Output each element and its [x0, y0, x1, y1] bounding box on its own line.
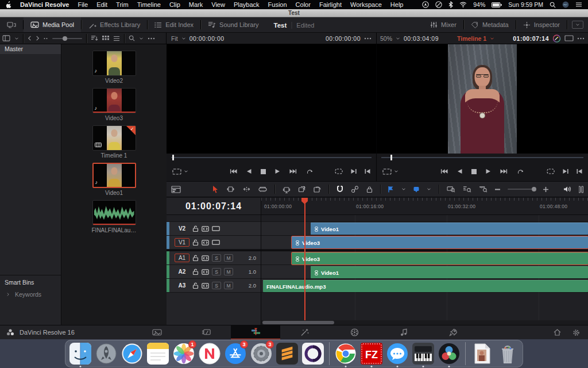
timeline-clip-video1[interactable]: Video1	[311, 266, 588, 278]
track-enable-button[interactable]	[212, 226, 220, 231]
play-button[interactable]	[486, 168, 491, 174]
zoom-in-button[interactable]	[543, 187, 548, 192]
insert-clip-button[interactable]	[283, 186, 291, 193]
mixer-meters-button[interactable]	[579, 186, 583, 193]
menu-item-help[interactable]: Help	[390, 1, 404, 8]
mute-button[interactable]: M	[224, 268, 233, 275]
goto-last-frame-button[interactable]	[500, 168, 508, 174]
loop-range-button[interactable]	[547, 168, 555, 174]
goto-in-button[interactable]	[365, 168, 370, 174]
panel-toggle-mixer[interactable]: Mixer	[423, 17, 463, 32]
replace-clip-button[interactable]	[313, 186, 321, 193]
menu-item-workspace[interactable]: Workspace	[350, 1, 382, 8]
timeline-view-options-icon[interactable]	[171, 186, 181, 193]
page-tab-fairlight[interactable]	[379, 325, 428, 340]
viewer-options-icon[interactable]	[577, 37, 585, 40]
timeline-clip-video3[interactable]: Video3	[292, 252, 588, 264]
media-clip-timeline-1[interactable]: ✓Timeline 1	[92, 125, 137, 159]
panel-layout-toggle[interactable]	[572, 21, 583, 29]
smart-bin-keywords[interactable]: Keywords	[5, 291, 56, 298]
source-viewer-scrubber[interactable]	[167, 154, 376, 162]
dynamic-trim-mode-button[interactable]	[242, 186, 251, 193]
chevron-down-icon[interactable]	[490, 36, 494, 41]
goto-out-button[interactable]	[351, 168, 357, 174]
trim-edit-mode-button[interactable]	[226, 186, 235, 193]
menu-item-color[interactable]: Color	[296, 1, 311, 8]
dock-photos[interactable]: 1	[172, 342, 195, 365]
bin-panel-toggle-icon[interactable]	[2, 35, 10, 41]
goto-first-frame-button[interactable]	[230, 168, 237, 174]
dock-video-file[interactable]	[470, 342, 493, 365]
timeline-horizontal-scrollbar[interactable]	[261, 320, 588, 325]
dock-trash[interactable]	[496, 342, 519, 365]
page-tab-media[interactable]	[132, 325, 181, 340]
viewer-options-icon[interactable]	[364, 37, 372, 40]
chevron-down-icon[interactable]	[139, 36, 144, 41]
menu-item-fairlight[interactable]: Fairlight	[319, 1, 342, 8]
track-destination-v2[interactable]: V2	[175, 225, 189, 232]
chevron-right-icon[interactable]	[6, 292, 10, 297]
chevron-down-icon[interactable]	[396, 36, 400, 41]
clip-thumbnail[interactable]: ♪	[92, 51, 136, 76]
menu-item-mark[interactable]: Mark	[189, 1, 203, 8]
auto-select-button[interactable]	[202, 269, 209, 275]
timeline-playhead[interactable]	[304, 198, 305, 320]
track-lock-button[interactable]	[192, 269, 199, 275]
solo-button[interactable]: S	[212, 268, 221, 275]
page-tab-color[interactable]	[330, 325, 379, 340]
source-viewer-canvas[interactable]	[167, 44, 376, 154]
cinema-viewer-icon[interactable]	[564, 35, 574, 41]
page-tab-deliver[interactable]	[428, 325, 478, 340]
flag-color-chevron-icon[interactable]	[401, 187, 406, 191]
menu-app-name[interactable]: DaVinci Resolve	[20, 1, 69, 8]
play-button[interactable]	[275, 168, 280, 174]
goto-in-button[interactable]	[577, 168, 582, 174]
location-menu-icon[interactable]	[422, 1, 429, 8]
menu-item-trim[interactable]: Trim	[116, 1, 129, 8]
sort-icon[interactable]	[91, 35, 98, 41]
clip-thumbnail[interactable]: ♪	[92, 163, 136, 188]
mute-button[interactable]: M	[224, 282, 233, 289]
source-current-timecode[interactable]: 00:00:00:00	[326, 35, 361, 42]
list-view-icon[interactable]	[113, 36, 120, 41]
dock-app-store[interactable]: 3	[224, 342, 247, 365]
timeline-current-timecode[interactable]: 01:00:07:14	[167, 198, 261, 215]
timeline-viewer-canvas[interactable]	[377, 44, 588, 154]
stop-button[interactable]	[471, 169, 477, 174]
dual-screen-button[interactable]	[0, 17, 23, 32]
position-lock-button[interactable]	[366, 186, 373, 193]
marker-button[interactable]	[413, 186, 419, 193]
flag-button[interactable]	[388, 186, 394, 193]
overwrite-clip-button[interactable]	[298, 186, 305, 193]
dock-launchpad[interactable]	[95, 342, 118, 365]
auto-select-button[interactable]	[202, 255, 209, 261]
dock-system-preferences[interactable]: 3	[250, 342, 273, 365]
stop-button[interactable]	[261, 169, 266, 174]
page-tab-edit[interactable]	[231, 325, 280, 340]
timeline-clip-finalfinalaudio-mp3[interactable]: FINALFINALaudio.mp3	[263, 280, 588, 292]
notification-center-icon[interactable]	[575, 2, 582, 7]
selection-mode-button[interactable]	[212, 185, 219, 193]
menu-item-clip[interactable]: Clip	[169, 1, 180, 8]
track-destination-v1[interactable]: V1	[175, 238, 189, 247]
dock-safari[interactable]	[121, 342, 144, 365]
forward-icon[interactable]	[36, 36, 40, 41]
timeline-viewer-scrubber[interactable]	[377, 154, 588, 162]
options-icon[interactable]	[148, 37, 155, 40]
back-icon[interactable]	[28, 36, 32, 41]
dock-chrome[interactable]	[334, 342, 357, 365]
goto-first-frame-button[interactable]	[440, 168, 448, 174]
project-manager-icon[interactable]	[554, 329, 561, 336]
mute-button[interactable]: M	[224, 254, 233, 262]
menu-item-edit[interactable]: Edit	[96, 1, 107, 8]
project-settings-icon[interactable]	[572, 329, 580, 336]
solo-button[interactable]: S	[212, 282, 221, 289]
track-enable-button[interactable]	[212, 240, 220, 245]
chevron-down-icon[interactable]	[184, 169, 188, 174]
custom-zoom-button[interactable]	[479, 186, 488, 193]
source-fit-select[interactable]: Fit	[171, 35, 178, 42]
solo-button[interactable]: S	[212, 254, 221, 262]
dock-filezilla[interactable]: FZ	[360, 342, 383, 365]
clip-thumbnail[interactable]: ♪	[92, 88, 136, 113]
marker-color-chevron-icon[interactable]	[427, 187, 431, 191]
